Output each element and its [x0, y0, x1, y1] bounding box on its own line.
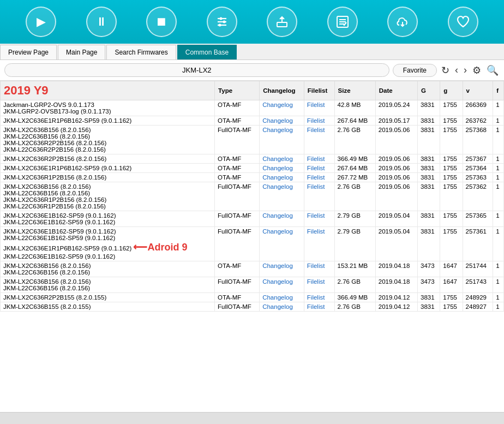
pause-button[interactable]: ⏸ — [86, 7, 117, 37]
table-row: JKM-LX2C636R1P2B156 (8.2.0.156)OTA-MFCha… — [1, 173, 504, 182]
upload-button[interactable] — [267, 7, 297, 37]
filelist-cell[interactable]: Filelist — [304, 126, 334, 154]
download-cloud-button[interactable] — [387, 7, 418, 37]
G-cell: 3831 — [418, 126, 440, 154]
table-row: JKM-LX2C636B156 (8.2.0.156)JKM-L22C636B1… — [1, 182, 504, 211]
filelist-cell[interactable]: Filelist — [304, 302, 334, 312]
table-row: JKM-LX2C636E1B162-SP59 (9.0.1.162)JKM-L2… — [1, 211, 504, 227]
type-cell: OTA-MF — [215, 173, 260, 182]
changelog-cell[interactable]: Changelog — [260, 154, 304, 164]
date-cell: 2019.04.12 — [375, 293, 417, 302]
firmware-cell: JKM-LX2C636B156 (8.2.0.156)JKM-L22C636B1… — [1, 277, 215, 293]
col-date: Date — [375, 81, 417, 100]
changelog-cell[interactable]: Changelog — [260, 164, 304, 173]
G-cell: 3831 — [418, 154, 440, 164]
col-g: g — [440, 81, 463, 100]
sliders-button[interactable] — [207, 7, 237, 37]
g-cell: 1647 — [440, 277, 463, 293]
G-cell: 3831 — [418, 211, 440, 227]
changelog-cell[interactable]: Changelog — [260, 100, 304, 116]
type-cell: OTA-MF — [215, 100, 260, 116]
play-button[interactable]: ▶ — [26, 7, 56, 37]
G-cell: 3831 — [418, 100, 440, 116]
table-row: JKM-LX2C636E1R1P6B162-SP59 (9.0.1.162)OT… — [1, 164, 504, 173]
G-cell: 3473 — [418, 277, 440, 293]
filelist-cell[interactable]: Filelist — [304, 293, 334, 302]
type-cell: OTA-MF — [215, 154, 260, 164]
changelog-cell[interactable]: Changelog — [260, 211, 304, 227]
date-cell: 2019.05.06 — [375, 173, 417, 182]
changelog-cell[interactable]: Changelog — [260, 227, 304, 261]
forward-button[interactable]: › — [463, 64, 468, 76]
bottom-scrollbar[interactable] — [0, 412, 504, 423]
checklist-button[interactable] — [327, 7, 358, 37]
type-cell: FullOTA-MF — [215, 227, 260, 261]
tab-common-base[interactable]: Common Base — [177, 45, 237, 59]
changelog-cell[interactable]: Changelog — [260, 261, 304, 277]
f-cell: 1 — [493, 173, 504, 182]
col-filelist: Filelist — [304, 81, 334, 100]
size-cell: 267.72 MB — [334, 173, 375, 182]
filelist-cell[interactable]: Filelist — [304, 116, 334, 126]
type-cell: FullOTA-MF — [215, 302, 260, 312]
v-cell: 257363 — [463, 173, 493, 182]
changelog-cell[interactable]: Changelog — [260, 126, 304, 154]
tab-search-firmwares[interactable]: Search Firmwares — [106, 45, 176, 59]
f-cell: 1 — [493, 100, 504, 116]
date-cell: 2019.04.18 — [375, 277, 417, 293]
heart-button[interactable] — [448, 7, 478, 37]
size-cell: 366.49 MB — [334, 154, 375, 164]
filelist-cell[interactable]: Filelist — [304, 154, 334, 164]
settings-button[interactable]: ⚙ — [471, 64, 482, 76]
search-button[interactable]: 🔍 — [485, 64, 500, 76]
firmware-cell: Jackman-LGRP2-OVS 9.0.1.173JKM-LGRP2-OVS… — [1, 100, 215, 116]
firmware-cell: JKM-LX2C636E1R1P6B162-SP59 (9.0.1.162) — [1, 116, 215, 126]
filelist-cell[interactable]: Filelist — [304, 261, 334, 277]
changelog-cell[interactable]: Changelog — [260, 302, 304, 312]
G-cell: 3831 — [418, 293, 440, 302]
stop-button[interactable]: ⏹ — [146, 7, 177, 37]
changelog-cell[interactable]: Changelog — [260, 293, 304, 302]
svg-point-4 — [223, 21, 225, 23]
tab-main-page[interactable]: Main Page — [58, 45, 105, 59]
G-cell: 3831 — [418, 116, 440, 126]
date-cell: 2019.05.06 — [375, 154, 417, 164]
firmware-cell: JKM-LX2C636B155 (8.2.0.155) — [1, 302, 215, 312]
size-cell: 2.76 GB — [334, 182, 375, 211]
filelist-cell[interactable]: Filelist — [304, 100, 334, 116]
back-button[interactable]: ‹ — [454, 64, 459, 76]
f-cell: 1 — [493, 302, 504, 312]
search-input[interactable] — [4, 63, 389, 77]
tab-preview-page[interactable]: Preview Page — [0, 45, 57, 59]
f-cell: 1 — [493, 116, 504, 126]
filelist-cell[interactable]: Filelist — [304, 182, 334, 211]
changelog-cell[interactable]: Changelog — [260, 277, 304, 293]
changelog-cell[interactable]: Changelog — [260, 173, 304, 182]
type-cell: FullOTA-MF — [215, 211, 260, 227]
G-cell: 3473 — [418, 261, 440, 277]
svg-point-5 — [218, 24, 221, 27]
changelog-cell[interactable]: Changelog — [260, 182, 304, 211]
favorite-button[interactable]: Favorite — [393, 64, 437, 77]
G-cell: 3831 — [418, 227, 440, 261]
filelist-cell[interactable]: Filelist — [304, 277, 334, 293]
filelist-cell[interactable]: Filelist — [304, 173, 334, 182]
changelog-cell[interactable]: Changelog — [260, 116, 304, 126]
f-cell: 1 — [493, 211, 504, 227]
table-row: JKM-LX2C636E1R1P6B162-SP59 (9.0.1.162)OT… — [1, 116, 504, 126]
filelist-cell[interactable]: Filelist — [304, 227, 334, 261]
col-type: Type — [215, 81, 260, 100]
f-cell: 1 — [493, 293, 504, 302]
g-cell: 1755 — [440, 227, 463, 261]
refresh-button[interactable]: ↻ — [440, 64, 451, 76]
firmware-cell: JKM-LX2C636E1R1P6B162-SP59 (9.0.1.162) — [1, 164, 215, 173]
g-cell: 1755 — [440, 126, 463, 154]
filelist-cell[interactable]: Filelist — [304, 164, 334, 173]
v-cell: 257367 — [463, 154, 493, 164]
type-cell: OTA-MF — [215, 116, 260, 126]
year-label: 2019 Y9 — [4, 83, 49, 97]
col-f: f — [493, 81, 504, 100]
type-cell: OTA-MF — [215, 293, 260, 302]
filelist-cell[interactable]: Filelist — [304, 211, 334, 227]
table-row: JKM-LX2C636B156 (8.2.0.156)JKM-L22C636B1… — [1, 261, 504, 277]
